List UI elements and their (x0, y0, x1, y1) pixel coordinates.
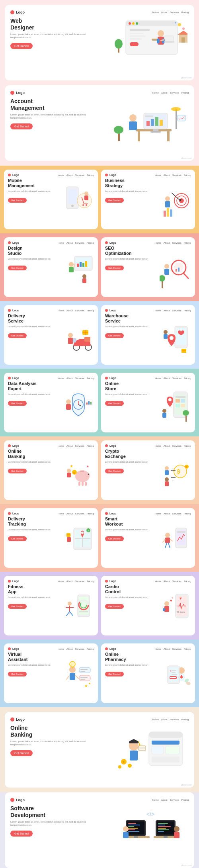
svg-point-89 (68, 333, 73, 338)
logo-text: Logo (16, 10, 25, 14)
svg-rect-188 (70, 673, 75, 680)
btn-virtual[interactable]: Get Started (8, 672, 27, 676)
svg-rect-115 (181, 399, 185, 403)
illus-ob2: $ (111, 716, 190, 784)
nav-links-tracking: Home About Services Pricing (58, 512, 94, 515)
svg-text:$: $ (123, 760, 125, 764)
svg-point-150 (81, 532, 84, 534)
card-business-strategy: Logo Home About Services Pricing Busines… (101, 170, 195, 229)
card-title-banking: OnlineBanking (8, 449, 55, 459)
btn-data[interactable]: Get Started (8, 401, 27, 406)
svg-line-220 (139, 741, 140, 745)
card-title-sd: SoftwareDevelopment (10, 805, 91, 819)
svg-rect-8 (130, 38, 142, 40)
btn-fitness[interactable]: Get Started (8, 604, 27, 609)
svg-rect-241 (128, 826, 134, 827)
svg-rect-6 (130, 33, 144, 34)
svg-text:✓: ✓ (87, 529, 90, 533)
btn-design[interactable]: Get Started (8, 266, 27, 270)
card-crypto: Logo Home About Services Pricing CryptoE… (101, 440, 195, 500)
svg-point-4 (136, 22, 138, 25)
nav-bar-pharmacy: Logo Home About Services Pricing (105, 647, 191, 650)
svg-rect-84 (162, 281, 163, 288)
logo-2: Logo (10, 91, 25, 95)
nav-h-mobile[interactable]: Home (58, 174, 64, 176)
get-started-button-ob2[interactable]: Get Started (10, 750, 33, 756)
card-desc-warehouse: Lorem ipsum dolor sit amet, consectetur. (105, 325, 152, 328)
svg-point-235 (118, 765, 121, 768)
btn-pharmacy[interactable]: Get Started (105, 672, 124, 676)
logo-dot-warehouse (105, 309, 108, 312)
get-started-button-2[interactable]: Get Started (10, 123, 33, 129)
card-smart-workout: Logo Home About Services Pricing SmartWo… (101, 508, 195, 568)
btn-delivery[interactable]: Get Started (8, 333, 27, 338)
nav-s-mobile[interactable]: Services (75, 174, 84, 176)
nav-h-biz[interactable]: Home (155, 174, 161, 176)
svg-rect-33 (155, 117, 158, 126)
logo-dot-cardio (105, 580, 108, 583)
svg-rect-120 (162, 413, 166, 418)
svg-rect-113 (176, 396, 185, 398)
card-desc-data: Lorem ipsum dolor sit amet, consectetur. (8, 393, 55, 396)
nav-links-data: Home About Services Pricing (58, 377, 94, 379)
get-started-button[interactable]: Get Started (10, 43, 33, 49)
svg-rect-139 (165, 470, 169, 475)
btn-warehouse[interactable]: Get Started (105, 333, 124, 338)
btn-seo[interactable]: Get Started (105, 266, 124, 270)
svg-point-38 (129, 114, 137, 121)
section-web-designer: Logo Home About Services Pricing WebDesi… (0, 0, 199, 85)
btn-business[interactable]: Get Started (105, 198, 124, 203)
account-management-illustration (111, 89, 190, 157)
btn-store[interactable]: Get Started (105, 401, 124, 406)
svg-text:♥: ♥ (172, 596, 173, 599)
svg-point-119 (162, 409, 166, 413)
get-started-button-sd[interactable]: Get Started (10, 831, 33, 837)
svg-marker-197 (78, 671, 79, 673)
svg-rect-132 (82, 482, 84, 486)
card-title-ob2: OnlineBanking (10, 725, 91, 738)
logo-text-mobile: Logo (12, 174, 19, 176)
svg-point-97 (170, 336, 174, 340)
logo-text-data: Logo (12, 377, 19, 379)
nav-s-biz[interactable]: Services (172, 174, 181, 176)
nav-a-mobile[interactable]: About (66, 174, 73, 176)
half-row-8: Logo Home About Services Pricing Virtual… (0, 639, 199, 707)
logo-ob2: Logo (10, 717, 25, 721)
card-desc-workout: Lorem ipsum dolor sit amet, consectetur. (105, 528, 152, 531)
card-content-workout: SmartWorkout Lorem ipsum dolor sit amet,… (105, 516, 152, 541)
svg-rect-73 (69, 267, 74, 272)
btn-banking[interactable]: Get Started (8, 469, 27, 473)
svg-line-162 (165, 543, 167, 548)
btn-mobile[interactable]: Get Started (8, 198, 27, 203)
svg-rect-116 (176, 404, 180, 407)
svg-point-75 (82, 274, 86, 278)
btn-cardio[interactable]: Get Started (105, 604, 124, 609)
svg-rect-96 (176, 328, 186, 345)
nav-p-biz[interactable]: Pricing (184, 174, 191, 176)
logo-dot-business (105, 174, 108, 176)
svg-point-51 (77, 194, 92, 208)
watermark: gfxcom.com (181, 76, 192, 79)
svg-rect-212 (172, 674, 177, 675)
svg-rect-153 (66, 533, 70, 537)
illus-workout (158, 516, 193, 566)
svg-rect-34 (160, 120, 163, 126)
nav-p-mobile[interactable]: Pricing (87, 174, 94, 176)
card-desc-store: Lorem ipsum dolor sit amet, consectetur. (105, 393, 152, 396)
svg-rect-253 (158, 826, 171, 827)
btn-crypto[interactable]: Get Started (105, 469, 124, 473)
logo-text-pharmacy: Logo (109, 647, 116, 650)
card-title-2: AccountManagement (10, 98, 91, 111)
logo-tracking: Logo (8, 512, 19, 515)
nav-a-biz[interactable]: About (164, 174, 170, 176)
illus-cardio: ♥ 86 bpm ♥ ♥ (158, 584, 193, 634)
btn-tracking[interactable]: Get Started (8, 536, 27, 541)
svg-rect-114 (176, 399, 180, 403)
svg-marker-219 (129, 739, 139, 741)
watermark-ob2: gfxcom.com (181, 784, 192, 786)
btn-workout[interactable]: Get Started (105, 536, 124, 541)
svg-point-160 (165, 533, 170, 538)
nav-links-store: Home About Services Pricing (155, 377, 191, 379)
svg-point-25 (175, 22, 176, 23)
svg-rect-126 (80, 471, 84, 472)
